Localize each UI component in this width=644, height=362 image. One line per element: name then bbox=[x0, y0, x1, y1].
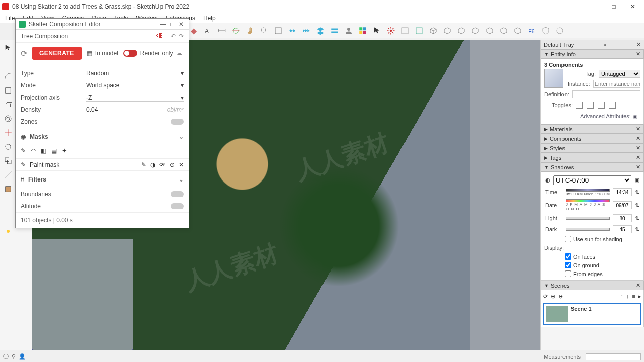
tape-icon[interactable] bbox=[2, 169, 14, 181]
scale-icon[interactable] bbox=[2, 155, 14, 167]
shadows-toggle-icon[interactable]: ◐ bbox=[545, 177, 550, 184]
tool-v-icon[interactable] bbox=[18, 239, 30, 251]
altitude-toggle[interactable] bbox=[171, 203, 184, 209]
mask-tool-2-icon[interactable]: ◠ bbox=[31, 147, 36, 154]
tool-h-icon[interactable] bbox=[2, 282, 14, 294]
tool-c-icon[interactable] bbox=[2, 197, 14, 209]
panel-close-icon[interactable]: ✕ bbox=[636, 51, 640, 57]
visibility-icon[interactable]: 👁 bbox=[156, 32, 165, 41]
tool-d-icon[interactable] bbox=[2, 211, 14, 223]
skatter-minimize[interactable]: — bbox=[158, 21, 168, 28]
dark-stepper[interactable]: ⇅ bbox=[635, 226, 639, 233]
cube6-icon[interactable] bbox=[498, 25, 509, 36]
maximize-button[interactable]: □ bbox=[605, 1, 623, 12]
time-slider[interactable] bbox=[566, 189, 610, 192]
light-slider[interactable] bbox=[566, 217, 610, 220]
tray-pin-icon[interactable]: ▫ bbox=[604, 42, 606, 48]
scene-list-icon[interactable]: ≡ bbox=[632, 293, 635, 300]
on-faces-checkbox[interactable] bbox=[565, 253, 571, 260]
masks-header[interactable]: Masks bbox=[30, 133, 48, 140]
tool-k-icon[interactable] bbox=[2, 324, 14, 336]
light-stepper[interactable]: ⇅ bbox=[635, 215, 639, 222]
globe-icon[interactable] bbox=[554, 25, 566, 36]
chevron-down-icon[interactable]: ⌄ bbox=[179, 133, 184, 140]
paint-settings-icon[interactable]: ⊙ bbox=[170, 161, 175, 168]
extension4-icon[interactable] bbox=[329, 25, 340, 36]
instance-input[interactable] bbox=[593, 80, 640, 88]
skatter-maximize[interactable]: □ bbox=[168, 21, 177, 28]
rotate-icon[interactable] bbox=[2, 141, 14, 153]
measurements-input[interactable] bbox=[586, 353, 641, 360]
dark-input[interactable] bbox=[613, 225, 632, 233]
orbit-icon[interactable] bbox=[230, 25, 242, 36]
cube2-icon[interactable] bbox=[442, 25, 453, 36]
zoom-extents-icon[interactable] bbox=[273, 25, 284, 36]
light-input[interactable] bbox=[613, 214, 632, 222]
components-header[interactable]: Components bbox=[550, 136, 581, 142]
section-icon[interactable] bbox=[2, 183, 14, 195]
dark-slider[interactable] bbox=[566, 228, 610, 231]
paint-mask-label[interactable]: Paint mask bbox=[30, 161, 59, 168]
adv-attr-label[interactable]: Advanced Attributes: bbox=[580, 113, 631, 119]
extension3-icon[interactable] bbox=[315, 25, 326, 36]
adv-attr-icon[interactable]: ▣ bbox=[632, 113, 637, 119]
scene-add-icon[interactable]: ⊕ bbox=[551, 293, 555, 300]
tags-header[interactable]: Tags bbox=[550, 155, 561, 161]
tool-g-icon[interactable] bbox=[2, 267, 14, 280]
boundaries-toggle[interactable] bbox=[171, 191, 184, 197]
cube7-icon[interactable] bbox=[512, 25, 523, 36]
tool-f-icon[interactable] bbox=[2, 253, 14, 265]
select-icon[interactable] bbox=[2, 42, 14, 54]
cube-icon[interactable] bbox=[428, 25, 439, 36]
filters-header[interactable]: Filters bbox=[28, 176, 46, 183]
scene-menu-icon[interactable]: ▸ bbox=[638, 293, 641, 300]
tool-a-icon[interactable] bbox=[399, 25, 411, 36]
tag-select[interactable]: Untagged bbox=[599, 70, 640, 78]
mode-select[interactable]: World space▾ bbox=[86, 82, 184, 89]
date-input[interactable] bbox=[613, 201, 632, 209]
type-select[interactable]: Random▾ bbox=[86, 70, 184, 77]
close-button[interactable]: ✕ bbox=[624, 1, 642, 12]
move-icon[interactable] bbox=[2, 127, 14, 139]
redo-icon[interactable]: ↷ bbox=[179, 33, 184, 40]
tool-b-icon[interactable] bbox=[414, 25, 425, 36]
paint-erase-icon[interactable]: ◑ bbox=[150, 161, 155, 168]
tool-e-icon[interactable] bbox=[2, 239, 14, 251]
help-icon[interactable]: ⓘ bbox=[3, 353, 9, 360]
cube3-icon[interactable] bbox=[456, 25, 467, 36]
gear-icon[interactable] bbox=[385, 25, 396, 36]
use-sun-checkbox[interactable] bbox=[565, 236, 571, 242]
menu-help[interactable]: Help bbox=[199, 14, 220, 23]
on-ground-checkbox[interactable] bbox=[565, 262, 571, 268]
mask-tool-1-icon[interactable]: ✎ bbox=[21, 147, 26, 154]
text-icon[interactable]: A bbox=[202, 25, 213, 36]
fx-icon[interactable]: F6 bbox=[526, 25, 537, 36]
zoom-icon[interactable] bbox=[259, 25, 270, 36]
tray-close-icon[interactable]: ✕ bbox=[636, 41, 641, 48]
skatter-close[interactable]: ✕ bbox=[177, 21, 186, 28]
extension1-icon[interactable] bbox=[287, 25, 298, 36]
render-only-toggle[interactable] bbox=[123, 50, 137, 57]
zones-toggle[interactable] bbox=[171, 119, 184, 125]
line-icon[interactable] bbox=[2, 56, 14, 68]
definition-input[interactable] bbox=[572, 90, 640, 98]
dimension-icon[interactable] bbox=[216, 25, 227, 36]
scene-update-icon[interactable]: ⟳ bbox=[543, 293, 548, 300]
arc-icon[interactable] bbox=[2, 70, 14, 82]
generate-button[interactable]: GENERATE bbox=[32, 47, 82, 60]
toggle-visible-icon[interactable] bbox=[576, 102, 583, 109]
styles-header[interactable]: Styles bbox=[550, 145, 565, 151]
timezone-select[interactable]: UTC-07:00 bbox=[553, 175, 631, 185]
mask-tool-5-icon[interactable]: ✦ bbox=[62, 147, 67, 154]
toggle-shadow-icon[interactable] bbox=[598, 102, 605, 109]
pan-icon[interactable] bbox=[245, 25, 256, 36]
toggle-lock-icon[interactable] bbox=[587, 102, 594, 109]
undo-icon[interactable]: ↶ bbox=[171, 33, 176, 40]
scene-list[interactable]: Scene 1 bbox=[543, 303, 641, 325]
materials-header[interactable]: Materials bbox=[550, 126, 573, 132]
profile-icon[interactable] bbox=[343, 25, 354, 36]
density-input[interactable]: 0.04 bbox=[86, 106, 167, 113]
mask-tool-3-icon[interactable]: ◧ bbox=[41, 147, 46, 154]
person-icon[interactable]: 👤 bbox=[19, 353, 26, 360]
in-model-label[interactable]: In model bbox=[95, 50, 118, 57]
